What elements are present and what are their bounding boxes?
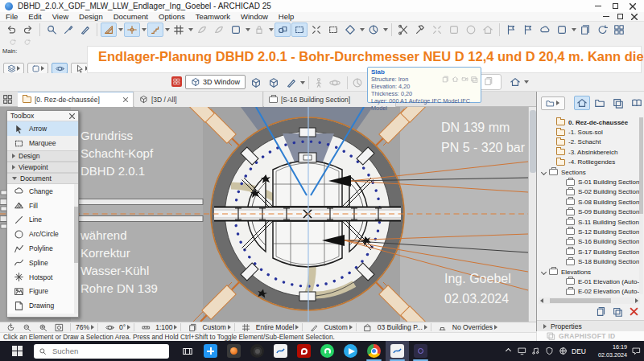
menu-help[interactable]: Help [279,12,295,21]
tray-network-icon[interactable] [558,347,568,356]
scroll-right-icon[interactable] [635,298,638,303]
tree-story-4[interactable]: -4. Rotliegendes [539,158,640,167]
3d-window-button[interactable]: 3D Window [185,75,246,89]
look-to-icon[interactable] [349,76,365,90]
3d-cutaway-icon[interactable] [266,76,282,90]
tool-figure[interactable]: Figure [7,285,78,299]
tray-media-icon[interactable] [530,347,540,356]
slab-favorite-button[interactable] [27,63,48,74]
model-filter-control[interactable]: Entire Model [256,323,295,331]
scroll-left-icon[interactable] [540,298,543,303]
task-view-button[interactable] [175,341,199,361]
graphic-override-icon[interactable] [435,322,451,332]
tool-polyline[interactable]: Polyline [7,241,78,256]
taskbar-app-media[interactable] [222,341,246,361]
tooltip-copy-icon[interactable] [442,76,449,84]
rotation-control[interactable]: 0° [119,323,126,331]
revision-cloud-icon[interactable] [537,23,553,37]
tray-expand-icon[interactable] [503,347,513,356]
tree-section-3[interactable]: S-09 Building Section (Auto- [539,207,640,217]
lock-icon[interactable] [251,23,267,37]
toolbox-group-viewpoint[interactable]: Viewpoint [7,162,78,173]
tool-line[interactable]: Line [7,213,78,228]
publisher-icon[interactable] [629,96,644,110]
level-tool-icon[interactable] [124,23,140,37]
clone-folder-icon[interactable] [596,306,606,318]
toolbox-group-document[interactable]: Document [7,173,78,184]
notification-icon[interactable] [631,347,641,356]
tool-fill[interactable]: Fill [7,199,78,213]
fillet-icon[interactable] [463,23,479,37]
renovation-filter-icon[interactable] [360,322,376,332]
window-grid-icon[interactable] [611,23,627,37]
tab-floor-plan[interactable]: [0. Rez-de-chaussée] [18,92,134,107]
layer-combination-control[interactable]: Custom [202,323,225,331]
publish-down-icon[interactable] [594,23,610,37]
publish-up-icon[interactable] [577,23,593,37]
tool-hotspot[interactable]: Hotspot [7,270,78,285]
toolbox-group-design[interactable]: Design [7,150,78,162]
tool-marquee[interactable]: Marquee [7,136,78,150]
3d-projection-icon[interactable] [283,76,299,90]
rotation-menu-icon[interactable] [127,325,130,330]
annotation-left-top[interactable]: Grundriss Schacht-Kopf DBHD 2.0.1 [80,127,153,180]
tooltip-home-icon[interactable] [452,76,459,84]
scale-icon[interactable] [138,322,154,332]
model-filter-menu-icon[interactable] [295,325,299,330]
compass-icon[interactable] [365,23,382,37]
tree-horizontal-scrollbar[interactable] [539,297,640,304]
tool-change[interactable]: Change [7,184,78,199]
resize-icon[interactable] [480,23,496,37]
taskbar-app-archicad-pinned[interactable] [269,341,292,361]
close-icon[interactable] [630,3,636,10]
flag-add-icon[interactable] [520,23,536,37]
tree-story-0[interactable]: 0. Rez-de-chaussée [539,117,640,127]
frame-tool-icon[interactable] [228,23,244,37]
rotate-view-button[interactable] [52,63,68,74]
override-menu-icon[interactable] [494,325,497,330]
zoom-menu-icon[interactable] [91,325,94,330]
renovation-filter-control[interactable]: 03 Building P... [378,323,423,331]
flag-icon[interactable] [503,23,519,37]
walk-mode-icon[interactable] [311,76,327,90]
tree-section-0[interactable]: S-01 Building Section (Auto- [539,177,640,187]
split-icon[interactable] [395,23,411,37]
menu-options[interactable]: Options [159,12,185,21]
trim-icon[interactable] [429,23,445,37]
taskbar-app-chrome[interactable] [362,341,386,361]
tree-elevations-header[interactable]: Elevations [539,267,640,277]
pen-set-control[interactable]: Custom [324,323,347,331]
markup-icon[interactable] [554,23,570,37]
adjust-icon[interactable] [412,23,428,37]
tree-elevation-1[interactable]: E-02 Elevation (Auto-rebuild [539,287,640,297]
search-input[interactable] [51,346,147,356]
taskbar-app-toolbox[interactable] [199,341,222,361]
taskbar-search[interactable] [34,344,169,359]
drawing-area[interactable]: Grundriss Schacht-Kopf DBHD 2.0.1 währen… [0,107,528,322]
project-map-icon[interactable] [574,96,590,110]
toolbox-close-icon[interactable] [69,113,75,119]
menu-file[interactable]: File [6,12,18,21]
doc-close-icon[interactable] [631,14,638,20]
view-map-icon[interactable] [592,96,609,110]
tree-story-3[interactable]: -3. Absinkbereich [539,147,640,157]
tree-sections-header[interactable]: Sections [539,167,640,177]
home-view-icon[interactable] [507,75,523,89]
taskbar-app-fan[interactable] [246,341,269,361]
pen-set-menu-icon[interactable] [349,325,353,330]
tooltip-camera-icon[interactable] [461,76,469,84]
tree-section-7[interactable]: S-17 Building Section (Auto- [539,247,640,256]
tab-close-icon[interactable] [123,97,128,102]
clock[interactable]: 16:19 02.03.2024 [590,343,627,359]
tray-security-icon[interactable] [544,347,554,356]
clip-icon[interactable] [484,75,493,89]
start-button[interactable] [0,341,34,361]
minimize-icon[interactable] [595,6,601,7]
taskbar-app-whatsapp[interactable] [316,341,339,361]
tab-overview-icon[interactable] [2,93,13,108]
orient-icon[interactable] [101,322,118,332]
renovation-menu-icon[interactable] [424,325,427,330]
tree-section-5[interactable]: S-12 Building Section (Auto- [539,227,640,236]
tab-3d-all[interactable]: [3D / All] [134,92,263,107]
pen-set-icon[interactable] [306,322,322,332]
